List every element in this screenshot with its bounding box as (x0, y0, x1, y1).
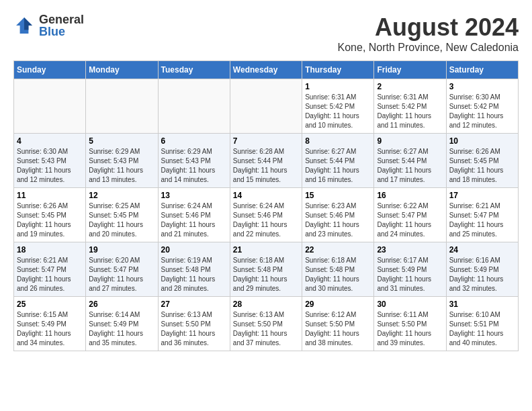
calendar-week-row: 1Sunrise: 6:31 AM Sunset: 5:42 PM Daylig… (14, 79, 519, 134)
day-number: 27 (161, 300, 227, 309)
day-number: 17 (449, 191, 515, 200)
logo-icon (13, 15, 35, 36)
calendar-cell: 16Sunrise: 6:22 AM Sunset: 5:47 PM Dayli… (374, 188, 446, 242)
calendar-week-row: 18Sunrise: 6:21 AM Sunset: 5:47 PM Dayli… (14, 242, 519, 297)
weekday-header: Monday (86, 61, 158, 79)
calendar-cell (86, 79, 158, 134)
weekday-header: Wednesday (230, 61, 302, 79)
calendar-cell: 20Sunrise: 6:19 AM Sunset: 5:48 PM Dayli… (158, 242, 230, 297)
calendar-cell: 26Sunrise: 6:14 AM Sunset: 5:49 PM Dayli… (86, 297, 158, 351)
calendar-cell: 15Sunrise: 6:23 AM Sunset: 5:46 PM Dayli… (302, 188, 374, 242)
calendar-cell (230, 79, 302, 134)
day-info: Sunrise: 6:11 AM Sunset: 5:50 PM Dayligh… (377, 310, 443, 348)
day-number: 9 (377, 136, 443, 146)
day-number: 12 (89, 191, 154, 200)
day-info: Sunrise: 6:30 AM Sunset: 5:42 PM Dayligh… (449, 93, 515, 130)
logo: General Blue (13, 13, 84, 38)
day-number: 29 (305, 300, 371, 309)
calendar-cell: 19Sunrise: 6:20 AM Sunset: 5:47 PM Dayli… (86, 242, 158, 297)
day-number: 3 (449, 82, 515, 91)
calendar-cell: 4Sunrise: 6:30 AM Sunset: 5:43 PM Daylig… (14, 134, 86, 188)
calendar-cell: 13Sunrise: 6:24 AM Sunset: 5:46 PM Dayli… (158, 188, 230, 242)
calendar-cell: 10Sunrise: 6:26 AM Sunset: 5:45 PM Dayli… (446, 134, 518, 188)
calendar-cell: 22Sunrise: 6:18 AM Sunset: 5:48 PM Dayli… (302, 242, 374, 297)
day-info: Sunrise: 6:16 AM Sunset: 5:49 PM Dayligh… (449, 256, 515, 293)
day-info: Sunrise: 6:23 AM Sunset: 5:46 PM Dayligh… (305, 201, 371, 239)
calendar-week-row: 25Sunrise: 6:15 AM Sunset: 5:49 PM Dayli… (14, 297, 519, 351)
calendar-cell (14, 79, 86, 134)
calendar-cell: 24Sunrise: 6:16 AM Sunset: 5:49 PM Dayli… (446, 242, 518, 297)
calendar-cell: 29Sunrise: 6:12 AM Sunset: 5:50 PM Dayli… (302, 297, 374, 351)
calendar-cell: 28Sunrise: 6:13 AM Sunset: 5:50 PM Dayli… (230, 297, 302, 351)
calendar-cell: 31Sunrise: 6:10 AM Sunset: 5:51 PM Dayli… (446, 297, 518, 351)
svg-marker-1 (24, 17, 32, 30)
day-number: 4 (17, 136, 83, 146)
day-number: 30 (377, 300, 443, 309)
weekday-header: Sunday (14, 61, 86, 79)
day-info: Sunrise: 6:18 AM Sunset: 5:48 PM Dayligh… (305, 256, 371, 293)
day-info: Sunrise: 6:13 AM Sunset: 5:50 PM Dayligh… (233, 310, 299, 348)
day-info: Sunrise: 6:21 AM Sunset: 5:47 PM Dayligh… (449, 201, 515, 239)
calendar-week-row: 4Sunrise: 6:30 AM Sunset: 5:43 PM Daylig… (14, 134, 519, 188)
day-number: 11 (17, 191, 83, 200)
calendar-cell: 5Sunrise: 6:29 AM Sunset: 5:43 PM Daylig… (86, 134, 158, 188)
calendar-cell: 18Sunrise: 6:21 AM Sunset: 5:47 PM Dayli… (14, 242, 86, 297)
calendar-cell: 7Sunrise: 6:28 AM Sunset: 5:44 PM Daylig… (230, 134, 302, 188)
day-number: 21 (233, 245, 299, 255)
day-info: Sunrise: 6:27 AM Sunset: 5:44 PM Dayligh… (377, 147, 443, 185)
day-info: Sunrise: 6:27 AM Sunset: 5:44 PM Dayligh… (305, 147, 371, 185)
day-info: Sunrise: 6:21 AM Sunset: 5:47 PM Dayligh… (17, 256, 83, 293)
day-info: Sunrise: 6:24 AM Sunset: 5:46 PM Dayligh… (161, 201, 227, 239)
calendar-table: SundayMondayTuesdayWednesdayThursdayFrid… (13, 60, 519, 351)
calendar-cell: 12Sunrise: 6:25 AM Sunset: 5:45 PM Dayli… (86, 188, 158, 242)
day-info: Sunrise: 6:26 AM Sunset: 5:45 PM Dayligh… (449, 147, 515, 185)
title-block: August 2024 Kone, North Province, New Ca… (338, 13, 519, 54)
calendar-cell: 2Sunrise: 6:31 AM Sunset: 5:42 PM Daylig… (374, 79, 446, 134)
calendar-cell: 6Sunrise: 6:29 AM Sunset: 5:43 PM Daylig… (158, 134, 230, 188)
calendar-cell (158, 79, 230, 134)
day-number: 26 (89, 300, 154, 309)
calendar-cell: 23Sunrise: 6:17 AM Sunset: 5:49 PM Dayli… (374, 242, 446, 297)
calendar-cell: 21Sunrise: 6:18 AM Sunset: 5:48 PM Dayli… (230, 242, 302, 297)
calendar-cell: 14Sunrise: 6:24 AM Sunset: 5:46 PM Dayli… (230, 188, 302, 242)
calendar-cell: 30Sunrise: 6:11 AM Sunset: 5:50 PM Dayli… (374, 297, 446, 351)
day-number: 25 (17, 300, 83, 309)
day-info: Sunrise: 6:15 AM Sunset: 5:49 PM Dayligh… (17, 310, 83, 348)
logo-text: General Blue (39, 13, 84, 38)
day-info: Sunrise: 6:30 AM Sunset: 5:43 PM Dayligh… (17, 147, 83, 185)
day-number: 14 (233, 191, 299, 200)
logo-blue: Blue (39, 26, 84, 38)
day-number: 16 (377, 191, 443, 200)
day-info: Sunrise: 6:12 AM Sunset: 5:50 PM Dayligh… (305, 310, 371, 348)
logo-general: General (39, 13, 84, 26)
day-info: Sunrise: 6:28 AM Sunset: 5:44 PM Dayligh… (233, 147, 299, 185)
calendar-header-row: SundayMondayTuesdayWednesdayThursdayFrid… (14, 61, 519, 79)
day-number: 20 (161, 245, 227, 255)
day-info: Sunrise: 6:17 AM Sunset: 5:49 PM Dayligh… (377, 256, 443, 293)
weekday-header: Thursday (302, 61, 374, 79)
day-info: Sunrise: 6:14 AM Sunset: 5:49 PM Dayligh… (89, 310, 154, 348)
day-info: Sunrise: 6:10 AM Sunset: 5:51 PM Dayligh… (449, 310, 515, 348)
day-info: Sunrise: 6:31 AM Sunset: 5:42 PM Dayligh… (305, 93, 371, 130)
day-number: 15 (305, 191, 371, 200)
day-number: 8 (305, 136, 371, 146)
calendar-cell: 11Sunrise: 6:26 AM Sunset: 5:45 PM Dayli… (14, 188, 86, 242)
day-number: 10 (449, 136, 515, 146)
calendar-cell: 17Sunrise: 6:21 AM Sunset: 5:47 PM Dayli… (446, 188, 518, 242)
day-number: 6 (161, 136, 227, 146)
day-number: 2 (377, 82, 443, 91)
calendar-cell: 25Sunrise: 6:15 AM Sunset: 5:49 PM Dayli… (14, 297, 86, 351)
day-info: Sunrise: 6:18 AM Sunset: 5:48 PM Dayligh… (233, 256, 299, 293)
calendar-cell: 8Sunrise: 6:27 AM Sunset: 5:44 PM Daylig… (302, 134, 374, 188)
day-info: Sunrise: 6:20 AM Sunset: 5:47 PM Dayligh… (89, 256, 154, 293)
day-info: Sunrise: 6:19 AM Sunset: 5:48 PM Dayligh… (161, 256, 227, 293)
day-info: Sunrise: 6:22 AM Sunset: 5:47 PM Dayligh… (377, 201, 443, 239)
day-number: 28 (233, 300, 299, 309)
day-number: 1 (305, 82, 371, 91)
day-number: 7 (233, 136, 299, 146)
day-number: 18 (17, 245, 83, 255)
day-info: Sunrise: 6:29 AM Sunset: 5:43 PM Dayligh… (89, 147, 154, 185)
day-info: Sunrise: 6:31 AM Sunset: 5:42 PM Dayligh… (377, 93, 443, 130)
calendar-cell: 27Sunrise: 6:13 AM Sunset: 5:50 PM Dayli… (158, 297, 230, 351)
calendar-cell: 1Sunrise: 6:31 AM Sunset: 5:42 PM Daylig… (302, 79, 374, 134)
